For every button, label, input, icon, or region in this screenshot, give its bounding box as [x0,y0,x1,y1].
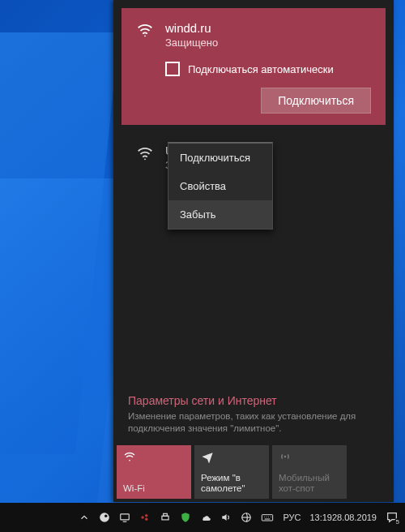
svg-rect-13 [262,515,273,521]
quick-tiles: Wi-Fi Режим "в самолете" Мобильный хот-с… [113,445,394,502]
clock[interactable]: 13:19 28.08.2019 [309,513,377,523]
volume-icon[interactable] [220,512,232,523]
context-menu: Подключиться Свойства Забыть [168,142,273,230]
svg-point-3 [284,456,287,458]
tile-hotspot[interactable]: Мобильный хот-спот [272,445,347,499]
auto-connect-row[interactable]: Подключаться автоматически [165,62,371,76]
tile-label: Мобильный хот-спот [279,473,342,494]
connect-button[interactable]: Подключиться [261,88,371,114]
hotspot-icon [279,450,340,463]
network-status: Защищено [165,36,218,49]
auto-connect-label: Подключаться автоматически [188,63,334,75]
defender-icon[interactable] [180,512,191,523]
wifi-icon [136,21,154,49]
svg-point-1 [144,158,146,160]
svg-rect-11 [164,513,168,516]
ctx-item-connect[interactable]: Подключиться [168,144,272,172]
clock-date: 28.08.2019 [332,513,377,523]
svg-point-0 [144,35,146,36]
wifi-icon [123,450,185,463]
ctx-item-forget[interactable]: Забыть [168,200,272,229]
airplane-icon [201,450,262,463]
wifi-icon [136,144,154,171]
network-ssid: windd.ru [165,21,218,35]
notification-count: 5 [394,518,401,526]
tile-airplane[interactable]: Режим "в самолете" [194,445,269,499]
onedrive-icon[interactable] [200,512,211,523]
svg-point-9 [145,518,148,521]
taskbar: РУС 13:19 28.08.2019 5 [0,503,405,532]
svg-point-8 [145,514,148,517]
settings-description: Изменение параметров, таких как установл… [113,409,394,445]
network-tray-icon[interactable] [241,512,252,523]
language-indicator[interactable]: РУС [283,513,301,522]
tile-label: Режим "в самолете" [201,473,264,494]
settings-link[interactable]: Параметры сети и Интернет [113,384,394,409]
action-center-icon[interactable]: 5 [386,511,399,524]
printer-icon[interactable] [160,512,171,523]
svg-point-4 [100,513,110,522]
network-flyout: windd.ru Защищено Подключаться автоматич… [113,0,394,502]
tile-label: Wi-Fi [123,483,186,494]
network-item-selected[interactable]: windd.ru Защищено Подключаться автоматич… [122,8,386,125]
steam-icon[interactable] [99,512,110,523]
svg-rect-6 [121,514,130,520]
app-icon[interactable] [139,512,151,523]
svg-rect-10 [162,516,168,520]
clock-time: 13:19 [309,513,332,523]
tray-overflow-icon[interactable] [79,512,90,523]
ctx-item-properties[interactable]: Свойства [168,172,272,200]
monitor-icon[interactable] [119,512,130,523]
tile-wifi[interactable]: Wi-Fi [117,445,191,499]
svg-point-5 [104,515,108,518]
keyboard-icon[interactable] [261,511,274,524]
svg-point-2 [129,460,130,461]
svg-point-7 [142,516,145,519]
checkbox-icon[interactable] [165,62,180,76]
